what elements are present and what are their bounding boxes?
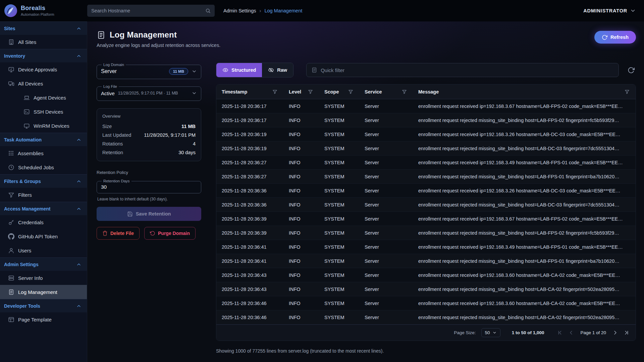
page-subtitle: Analyze engine logs and adjust retention… (97, 43, 636, 48)
log-row[interactable]: 2025-11-28 20:36:17 INFO SYSTEM Server e… (216, 99, 636, 113)
sidebar-item-all-sites[interactable]: All Sites (0, 35, 87, 49)
sidebar-item-assemblies[interactable]: Assemblies (0, 146, 87, 160)
log-row[interactable]: 2025-11-28 20:36:41 INFO SYSTEM Server e… (216, 254, 636, 268)
cell-level: INFO (283, 216, 319, 222)
log-row[interactable]: 2025-11-28 20:36:36 INFO SYSTEM Server e… (216, 198, 636, 212)
overview-row: Size 11 MB (102, 122, 196, 131)
sidebar-item-server-info[interactable]: Server Info (0, 271, 87, 285)
sidebar-item-filters[interactable]: Filters (0, 188, 87, 202)
brand[interactable]: Borealis Automation Platform (4, 4, 83, 17)
section-header-filters-groups[interactable]: Filters & Groups (0, 174, 87, 188)
log-row[interactable]: 2025-11-28 20:36:36 INFO SYSTEM Server e… (216, 184, 636, 198)
laptop-icon (23, 95, 30, 101)
sidebar-item-scheduled-jobs[interactable]: Scheduled Jobs (0, 160, 87, 174)
log-row[interactable]: 2025-11-28 20:36:46 INFO SYSTEM Server e… (216, 296, 636, 310)
last-page-button[interactable] (623, 329, 630, 337)
sidebar-item-page-template[interactable]: Page Template (0, 312, 87, 326)
breadcrumb: Admin Settings › Log Management (223, 8, 302, 13)
filter-icon[interactable] (402, 89, 407, 94)
overview-row-value: 30 days (178, 150, 196, 155)
cell-level: INFO (283, 287, 319, 292)
sidebar-item-label: SSH Devices (34, 109, 63, 115)
cell-message: enrollment request rejected missing_site… (413, 258, 636, 264)
sidebar-item-winrm-devices[interactable]: WinRM Devices (0, 119, 87, 133)
cell-timestamp: 2025-11-28 20:36:46 (216, 315, 283, 320)
log-row[interactable]: 2025-11-28 20:36:46 INFO SYSTEM Server e… (216, 310, 636, 324)
sidebar-item-agent-devices[interactable]: Agent Devices (0, 90, 87, 105)
cell-message: enrollment request received ip=192.168.3… (413, 160, 636, 165)
breadcrumb-log-management[interactable]: Log Management (264, 8, 302, 13)
log-row[interactable]: 2025-11-28 20:36:39 INFO SYSTEM Server e… (216, 226, 636, 240)
filter-icon[interactable] (272, 89, 277, 94)
save-icon (127, 211, 133, 217)
hostname-search (87, 5, 215, 17)
section-label: Developer Tools (4, 303, 40, 309)
filter-icon[interactable] (348, 89, 353, 94)
log-row[interactable]: 2025-11-28 20:36:17 INFO SYSTEM Server e… (216, 113, 636, 127)
sidebar-item-github-api-token[interactable]: GitHub API Token (0, 229, 87, 243)
cell-timestamp: 2025-11-28 20:36:19 (216, 146, 283, 151)
log-file-label: Log File (102, 84, 119, 88)
sidebar-item-ssh-devices[interactable]: SSH Devices (0, 105, 87, 119)
cell-scope: SYSTEM (319, 216, 359, 222)
section-header-developer-tools[interactable]: Developer Tools (0, 299, 87, 312)
sidebar-item-log-management[interactable]: Log Management (0, 285, 87, 299)
log-domain-value: Server (101, 68, 117, 74)
log-row[interactable]: 2025-11-28 20:36:43 INFO SYSTEM Server e… (216, 282, 636, 296)
refresh-button[interactable]: Refresh (594, 31, 636, 44)
log-row[interactable]: 2025-11-28 20:36:19 INFO SYSTEM Server e… (216, 141, 636, 156)
log-row[interactable]: 2025-11-28 20:36:41 INFO SYSTEM Server e… (216, 240, 636, 254)
user-menu[interactable]: ADMINISTRATOR (583, 8, 636, 14)
filter-icon[interactable] (308, 89, 313, 94)
retention-helper: Leave blank to inherit default (30 days)… (97, 197, 201, 201)
filter-icon[interactable] (625, 89, 630, 94)
log-row[interactable]: 2025-11-28 20:36:27 INFO SYSTEM Server e… (216, 170, 636, 184)
page-size-select[interactable]: 50 (481, 328, 500, 337)
devices-icon (8, 80, 14, 87)
cell-timestamp: 2025-11-28 20:36:36 (216, 188, 283, 193)
section-header-sites[interactable]: Sites (0, 21, 87, 35)
sidebar-item-device-approvals[interactable]: Device Approvals (0, 62, 87, 76)
section-header-task-automation[interactable]: Task Automation (0, 133, 87, 146)
overview-card: Overview Size 11 MB Last Updated 11/28/2… (97, 108, 201, 161)
table-refresh-button[interactable] (626, 65, 636, 75)
cell-service: Server (359, 287, 413, 292)
cell-level: INFO (283, 118, 319, 123)
cell-scope: SYSTEM (319, 160, 359, 165)
log-file-icon (8, 289, 14, 295)
section-header-admin-settings[interactable]: Admin Settings (0, 257, 87, 271)
log-row[interactable]: 2025-11-28 20:36:39 INFO SYSTEM Server e… (216, 212, 636, 226)
breadcrumb-admin-settings[interactable]: Admin Settings (223, 8, 256, 13)
next-page-icon (612, 329, 619, 336)
cell-message: enrollment request received ip=192.168.3… (413, 244, 636, 250)
section-header-inventory[interactable]: Inventory (0, 49, 87, 62)
quick-filter-input[interactable] (321, 67, 614, 73)
log-row[interactable]: 2025-11-28 20:36:27 INFO SYSTEM Server e… (216, 156, 636, 170)
raw-toggle[interactable]: Raw (262, 63, 293, 77)
next-page-button[interactable] (611, 329, 619, 337)
log-domain-select[interactable]: Log Domain Server 11 MB (97, 63, 201, 79)
log-row[interactable]: 2025-11-28 20:36:43 INFO SYSTEM Server e… (216, 268, 636, 282)
sidebar-item-credentials[interactable]: Credentials (0, 215, 87, 229)
section-header-access-management[interactable]: Access Management (0, 202, 87, 215)
delete-file-button[interactable]: Delete File (97, 227, 140, 240)
log-row[interactable]: 2025-11-28 20:36:19 INFO SYSTEM Server e… (216, 127, 636, 141)
github-icon (8, 233, 14, 240)
log-control-panel: Log Domain Server 11 MB Log File Active … (97, 63, 201, 354)
save-retention-button[interactable]: Save Retention (97, 207, 201, 221)
purge-domain-button[interactable]: Purge Domain (144, 227, 196, 240)
cell-message: enrollment request rejected missing_site… (413, 174, 636, 179)
search-input[interactable] (91, 8, 205, 13)
cell-scope: SYSTEM (319, 287, 359, 292)
eye-icon (222, 67, 228, 73)
chevron-up-icon (76, 26, 82, 31)
prev-page-button[interactable] (567, 329, 575, 337)
sidebar-item-users[interactable]: Users (0, 243, 87, 257)
sidebar: Sites All Sites Inventory Device Approva… (0, 21, 87, 362)
col-service: Service (365, 89, 382, 95)
log-file-select[interactable]: Log File Active 11/28/2025, 9:17:01 PM ·… (97, 84, 201, 101)
retention-days-input[interactable] (101, 183, 197, 190)
first-page-button[interactable] (556, 329, 564, 337)
sidebar-item-all-devices[interactable]: All Devices (0, 76, 87, 90)
structured-toggle[interactable]: Structured (216, 63, 262, 77)
